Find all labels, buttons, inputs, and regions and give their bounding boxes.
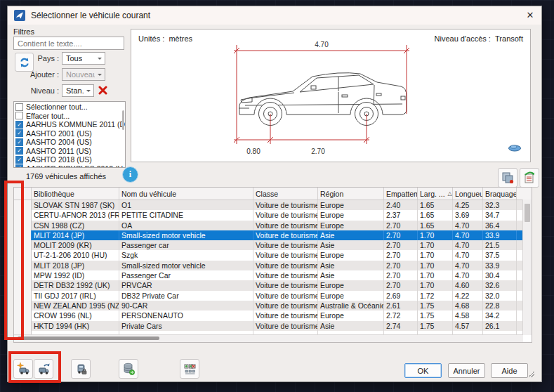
copy-view-button[interactable]: [498, 168, 517, 188]
checkbox-checked-icon[interactable]: ✓: [15, 121, 23, 129]
select-vehicle-dialog: Sélectionner le véhicule courant ✕ Filtr…: [7, 6, 542, 382]
row-selector-cell[interactable]: [22, 270, 32, 280]
row-selector-cell[interactable]: [14, 291, 22, 301]
table-vertical-scrollbar[interactable]: [522, 200, 532, 335]
table-cell: Voiture de tourisme: [253, 261, 318, 270]
row-selector-cell[interactable]: [22, 280, 32, 290]
table-row[interactable]: MLIT 2018 (JP)Small-sized motor vehicleV…: [14, 261, 532, 270]
row-selector-cell[interactable]: [14, 200, 22, 210]
row-selector-cell[interactable]: [14, 280, 22, 290]
library-filter-item[interactable]: ✓AASHTO 2001 (US): [14, 129, 125, 138]
ok-button[interactable]: OK: [404, 363, 442, 378]
column-header-nom-du-v-hicule[interactable]: Nom du véhicule: [119, 188, 253, 200]
red-x-icon: [98, 86, 107, 95]
table-row[interactable]: CSN 1988 (CZ)OAVoiture de tourismeEurope…: [14, 221, 532, 230]
cancel-button[interactable]: Annuler: [448, 363, 485, 378]
library-filter-item[interactable]: ✓AASHTO 2004 (US): [14, 138, 125, 147]
table-row[interactable]: CERTU-AFNOR 2013 (FR)PETITE CITADINEVoit…: [14, 210, 532, 220]
list-scrollbar[interactable]: [122, 110, 124, 130]
checkbox-checked-icon[interactable]: ✓: [15, 156, 23, 164]
row-selector-header[interactable]: [22, 188, 32, 200]
library-filter-item[interactable]: ✓AASHTO 2011 (US): [14, 147, 125, 156]
row-selector-cell[interactable]: [22, 200, 32, 210]
row-selector-cell[interactable]: [14, 230, 22, 240]
checkbox-unchecked-icon[interactable]: [15, 103, 23, 111]
row-selector-cell[interactable]: [22, 261, 32, 270]
checkbox-checked-icon[interactable]: ✓: [15, 147, 23, 155]
row-selector-cell[interactable]: [22, 221, 32, 230]
checkbox-checked-icon[interactable]: ✓: [15, 164, 23, 168]
row-selector-cell[interactable]: [22, 291, 32, 301]
vertical-scroll-thumb[interactable]: [525, 204, 530, 222]
row-selector-header[interactable]: [14, 188, 22, 200]
row-selector-cell[interactable]: [14, 250, 22, 260]
info-icon[interactable]: i: [122, 166, 138, 183]
table-row[interactable]: DETR DB32 1992 (UK)PRVCARVoiture de tour…: [14, 280, 532, 290]
delete-filter-button[interactable]: [97, 84, 109, 96]
row-selector-cell[interactable]: [14, 240, 22, 250]
table-cell: DETR DB32 1992 (UK): [32, 280, 119, 290]
table-row[interactable]: CROW 1996 (NL)PERSONENAUTOVoiture de tou…: [14, 311, 532, 320]
table-row[interactable]: UT-2-1-206 2010 (HU)SzgkVoiture de touri…: [14, 250, 532, 260]
column-header-r-gion[interactable]: Région: [318, 188, 384, 200]
library-filter-item[interactable]: Sélectionner tout...: [14, 103, 125, 112]
column-header-biblioth-que[interactable]: Bibliothèque: [32, 188, 119, 200]
table-horizontal-scrollbar[interactable]: [14, 334, 523, 342]
column-header-longueur[interactable]: Longueur: [453, 188, 483, 200]
table-row[interactable]: HKTD 1994 (HK)Private CarsVoiture de tou…: [14, 321, 532, 331]
table-cell: 2.40: [384, 200, 418, 210]
import-vehicle-button[interactable]: [34, 359, 53, 379]
table-row[interactable]: MLIT 2014 (JP)Small-sized motor vehicleV…: [14, 230, 532, 240]
table-row[interactable]: NEW ZEALAND 1995 (NZ)90-CARVoiture de to…: [14, 301, 532, 311]
search-input[interactable]: [13, 37, 124, 50]
table-row[interactable]: SLOVAK STN 1987 (SK)O1Voiture de tourism…: [14, 200, 532, 210]
dialog-title: Sélectionner le véhicule courant: [31, 11, 150, 20]
table-row[interactable]: MOLIT 2009 (KR)Passenger carVoiture de t…: [14, 240, 532, 250]
column-header-larg[interactable]: Larg. ...△: [418, 188, 453, 200]
table-row[interactable]: MPW 1992 (ID)Passenger CarVoiture de tou…: [14, 270, 532, 280]
row-selector-cell[interactable]: [14, 221, 22, 230]
vehicle-side-view-drawing: 4.70 0.80 2.70: [131, 30, 530, 162]
row-selector-cell[interactable]: [22, 311, 32, 320]
row-selector-cell[interactable]: [14, 311, 22, 320]
row-selector-cell[interactable]: [22, 250, 32, 260]
horizontal-scroll-thumb[interactable]: [18, 337, 159, 340]
library-filter-item[interactable]: ✓AASHTO BICYCLES 2012 (U: [14, 164, 125, 169]
vehicle-database-button[interactable]: [119, 359, 138, 379]
row-selector-cell[interactable]: [22, 210, 32, 220]
ajouter-select[interactable]: Nouveau filtre: [62, 68, 105, 81]
row-selector-cell[interactable]: [22, 321, 32, 331]
library-filter-item[interactable]: ✓AARHUS KOMMUNE 2011 (D: [14, 120, 125, 129]
column-header-classe[interactable]: Classe: [253, 188, 318, 200]
row-selector-cell[interactable]: [14, 210, 22, 220]
column-header-braquage[interactable]: Braquage..: [483, 188, 517, 200]
report-button[interactable]: [520, 168, 539, 188]
new-vehicle-button[interactable]: [13, 359, 33, 379]
checkbox-unchecked-icon[interactable]: [15, 112, 23, 119]
library-filter-item[interactable]: ✓AASHTO 2018 (US): [14, 155, 125, 164]
row-selector-cell[interactable]: [14, 270, 22, 280]
app-icon: [14, 10, 25, 21]
pays-select[interactable]: Tous: [62, 52, 105, 65]
library-filter-item[interactable]: Effacer tout...: [14, 112, 125, 121]
table-cell: Voiture de tourisme: [253, 221, 318, 230]
row-selector-cell[interactable]: [14, 261, 22, 270]
3d-view-car-icon[interactable]: [508, 142, 522, 155]
locked-vehicle-button[interactable]: [71, 359, 91, 379]
resize-grip[interactable]: [528, 371, 534, 377]
dialog-titlebar[interactable]: Sélectionner le véhicule courant ✕: [8, 6, 541, 25]
table-row[interactable]: TII GDJ 2017 (IRL)DB32 Private CarVoitur…: [14, 291, 532, 301]
checkbox-checked-icon[interactable]: ✓: [15, 138, 23, 146]
row-selector-cell[interactable]: [22, 301, 32, 311]
row-selector-cell[interactable]: [14, 321, 22, 331]
help-button[interactable]: Aide: [491, 363, 528, 378]
column-chooser-button[interactable]: [180, 359, 199, 379]
column-header-empattement[interactable]: Empattement: [384, 188, 418, 200]
row-selector-cell[interactable]: [14, 301, 22, 311]
close-icon[interactable]: ✕: [523, 8, 537, 22]
row-selector-cell[interactable]: [22, 230, 32, 240]
checkbox-checked-icon[interactable]: ✓: [15, 129, 23, 137]
table-cell: Europe: [318, 280, 384, 290]
niveau-select[interactable]: Stan...: [62, 84, 94, 97]
row-selector-cell[interactable]: [22, 240, 32, 250]
